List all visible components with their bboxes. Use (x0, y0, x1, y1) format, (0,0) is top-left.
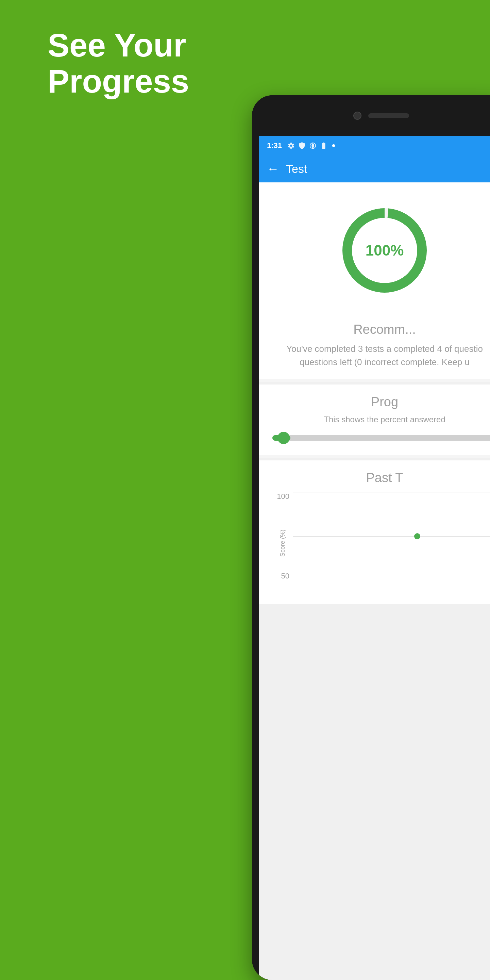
progress-thumb (278, 432, 290, 444)
chart-y-axis-label: Score (%) (279, 530, 286, 557)
status-icons (287, 142, 335, 150)
chart-grid-line-50 (293, 536, 490, 537)
phone-top-bezel (252, 95, 490, 136)
progress-slider-container: 1 (273, 431, 490, 445)
app-bar: ← Test (259, 155, 490, 182)
back-button[interactable]: ← (267, 162, 279, 176)
progress-track (273, 435, 490, 441)
phone-frame: 1:31 (252, 95, 490, 980)
status-bar: 1:31 (259, 136, 490, 155)
chart-y-label-50: 50 (281, 572, 289, 581)
progress-subtitle: This shows the percent answered (269, 415, 490, 424)
battery-icon (320, 142, 327, 150)
progress-section: Prog This shows the percent answered 1 (259, 382, 490, 455)
signal-icon (309, 142, 317, 150)
progress-title: Prog (269, 395, 490, 409)
donut-section: 100% (259, 182, 490, 312)
phone-screen: 1:31 (259, 136, 490, 980)
speaker-slot (368, 113, 409, 118)
shield-icon (298, 142, 306, 150)
content-area: 100% Recomm... You've completed 3 tests … (259, 182, 490, 605)
donut-percent: 100% (366, 242, 404, 259)
headline-line2: Progress (48, 63, 189, 99)
donut-chart: 100% (337, 203, 432, 298)
past-tests-title: Past T (269, 471, 490, 485)
past-tests-section: Past T 100 50 Score (%) (259, 458, 490, 605)
status-time: 1:31 (267, 141, 282, 150)
chart-grid (293, 492, 490, 581)
status-dot (332, 144, 335, 147)
app-title: Test (286, 162, 307, 176)
chart-data-point (414, 533, 420, 539)
recommendation-body: You've completed 3 tests a completed 4 o… (269, 342, 490, 369)
headline-line1: See Your (48, 27, 189, 63)
chart-y-label-100: 100 (277, 492, 289, 501)
phone-mockup: 1:31 (252, 95, 490, 980)
chart-grid-line-100 (293, 492, 490, 492)
gear-icon (287, 142, 295, 150)
recommendation-section: Recomm... You've completed 3 tests a com… (259, 312, 490, 379)
recommendation-title: Recomm... (269, 322, 490, 337)
chart-area: 100 50 Score (%) (269, 492, 490, 594)
camera-icon (353, 111, 362, 120)
headline: See Your Progress (48, 27, 189, 99)
